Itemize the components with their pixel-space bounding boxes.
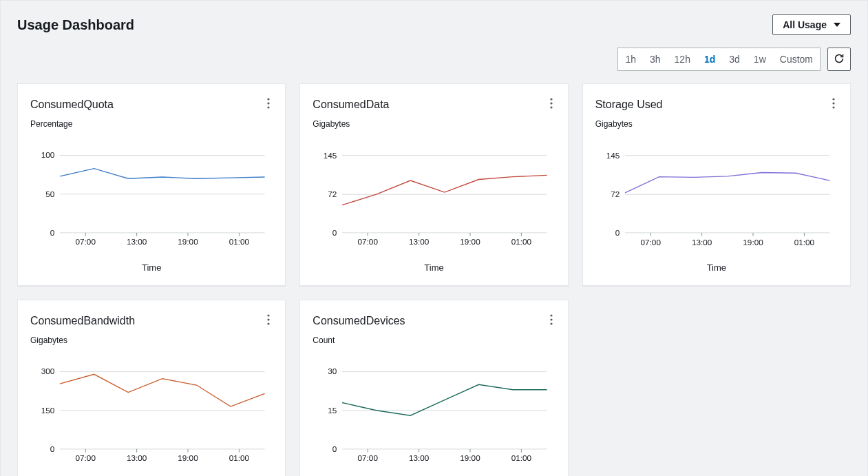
x-tick-label: 07:00 — [358, 454, 379, 463]
chart-line — [342, 384, 547, 415]
chart-line — [625, 172, 830, 192]
svg-point-21 — [832, 102, 834, 104]
controls-row: 1h3h12h1d3d1wCustom — [17, 48, 851, 71]
x-tick-label: 01:00 — [794, 238, 814, 247]
y-tick-label: 72 — [611, 189, 620, 198]
y-tick-label: 150 — [41, 406, 55, 415]
card-title: ConsumedBandwidth — [30, 315, 135, 327]
chart: 07214507:0013:0019:0001:00 — [595, 136, 838, 260]
card-unit: Gigabytes — [595, 119, 838, 129]
time-range-option-12h[interactable]: 12h — [668, 52, 697, 67]
x-tick-label: 01:00 — [229, 238, 250, 247]
card-unit: Percentage — [30, 119, 273, 129]
chart-card-storage-used: Storage Used Gigabytes 07214507:0013:001… — [582, 83, 851, 286]
time-range-option-3h[interactable]: 3h — [643, 52, 668, 67]
time-range-option-1w[interactable]: 1w — [747, 52, 773, 67]
card-unit: Gigabytes — [30, 335, 273, 345]
y-tick-label: 30 — [328, 366, 337, 375]
svg-point-11 — [550, 102, 552, 104]
refresh-button[interactable] — [827, 48, 851, 71]
card-menu-button[interactable] — [547, 311, 555, 330]
svg-point-40 — [550, 314, 552, 316]
y-tick-label: 0 — [332, 444, 337, 453]
chart-line — [60, 374, 265, 406]
chart-card-consumed-quota: ConsumedQuota Percentage 05010007:0013:0… — [17, 83, 286, 286]
svg-point-10 — [550, 98, 552, 100]
time-range-option-1d[interactable]: 1d — [697, 52, 722, 67]
x-tick-label: 01:00 — [511, 238, 532, 247]
chart-line — [60, 169, 265, 179]
x-tick-label: 13:00 — [127, 454, 147, 463]
card-menu-button[interactable] — [264, 311, 273, 330]
x-tick-label: 13:00 — [409, 454, 430, 463]
svg-point-0 — [268, 98, 270, 100]
chart: 0153007:0013:0019:0001:00 — [313, 352, 555, 476]
y-tick-label: 300 — [41, 366, 55, 375]
card-menu-button[interactable] — [829, 95, 838, 114]
card-menu-button[interactable] — [264, 95, 273, 114]
x-tick-label: 01:00 — [229, 454, 250, 463]
time-range-option-custom[interactable]: Custom — [773, 52, 820, 67]
svg-point-1 — [268, 102, 270, 104]
usage-filter-label: All Usage — [783, 19, 827, 30]
card-menu-button[interactable] — [547, 95, 555, 114]
x-tick-label: 13:00 — [692, 238, 712, 247]
card-unit: Gigabytes — [313, 119, 555, 129]
vertical-dots-icon — [267, 100, 270, 111]
refresh-icon — [834, 53, 845, 66]
svg-point-30 — [268, 314, 270, 316]
card-title: ConsumedQuota — [30, 99, 114, 111]
x-tick-label: 13:00 — [127, 238, 147, 247]
x-tick-label: 19:00 — [743, 238, 763, 247]
svg-point-42 — [550, 322, 552, 324]
usage-filter-button[interactable]: All Usage — [772, 14, 851, 35]
y-tick-label: 145 — [606, 151, 620, 160]
x-tick-label: 19:00 — [178, 238, 198, 247]
x-tick-label: 19:00 — [461, 454, 481, 463]
x-tick-label: 07:00 — [640, 238, 661, 247]
x-tick-label: 01:00 — [511, 454, 532, 463]
dashboard-page: Usage Dashboard All Usage 1h3h12h1d3d1wC… — [0, 0, 868, 476]
card-title: ConsumedData — [313, 99, 389, 111]
time-range-option-1h[interactable]: 1h — [618, 52, 643, 67]
chart: 015030007:0013:0019:0001:00 — [30, 352, 273, 476]
caret-down-icon — [834, 19, 840, 30]
svg-point-2 — [268, 106, 270, 108]
header-row: Usage Dashboard All Usage — [17, 14, 851, 35]
chart-card-consumed-bandwidth: ConsumedBandwidth Gigabytes 015030007:00… — [17, 300, 286, 476]
y-tick-label: 15 — [328, 406, 337, 415]
y-tick-label: 50 — [45, 189, 55, 198]
y-tick-label: 145 — [324, 151, 337, 160]
vertical-dots-icon — [832, 100, 835, 111]
x-tick-label: 19:00 — [461, 238, 481, 247]
x-tick-label: 07:00 — [76, 454, 96, 463]
x-axis-label: Time — [30, 262, 273, 273]
svg-point-12 — [550, 106, 552, 108]
svg-point-31 — [268, 318, 270, 320]
y-tick-label: 0 — [332, 228, 337, 237]
y-tick-label: 0 — [50, 228, 55, 237]
x-tick-label: 07:00 — [76, 238, 96, 247]
x-axis-label: Time — [595, 262, 838, 273]
card-grid: ConsumedQuota Percentage 05010007:0013:0… — [17, 83, 851, 476]
vertical-dots-icon — [550, 100, 553, 111]
svg-point-22 — [832, 106, 834, 108]
card-unit: Count — [313, 335, 555, 345]
page-title: Usage Dashboard — [17, 17, 134, 33]
y-tick-label: 72 — [328, 189, 337, 198]
time-range-selector: 1h3h12h1d3d1wCustom — [617, 48, 821, 71]
time-range-option-3d[interactable]: 3d — [722, 52, 747, 67]
card-title: Storage Used — [595, 99, 663, 111]
chart: 05010007:0013:0019:0001:00 — [30, 136, 273, 260]
x-tick-label: 07:00 — [358, 238, 379, 247]
x-tick-label: 13:00 — [409, 238, 430, 247]
y-tick-label: 100 — [41, 150, 55, 159]
chart-line — [342, 175, 547, 205]
x-axis-label: Time — [313, 262, 555, 273]
chart-card-consumed-devices: ConsumedDevices Count 0153007:0013:0019:… — [299, 300, 568, 476]
svg-point-32 — [268, 322, 270, 324]
chart: 07214507:0013:0019:0001:00 — [313, 136, 555, 260]
y-tick-label: 0 — [615, 228, 620, 237]
card-title: ConsumedDevices — [313, 315, 405, 327]
svg-point-20 — [832, 98, 834, 100]
